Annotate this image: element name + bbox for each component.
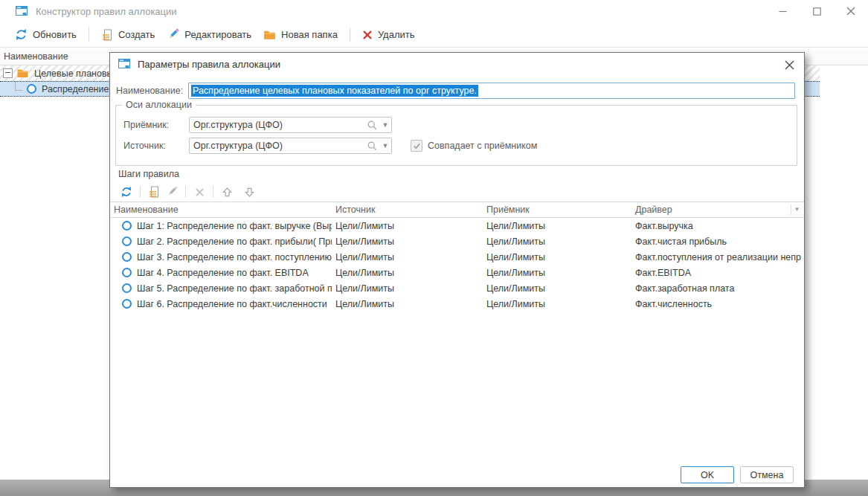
toolbar-separator: [185, 186, 186, 198]
step-name: Шаг 4. Распределение по факт. EBITDA: [137, 268, 309, 278]
steps-move-down-button[interactable]: [240, 184, 258, 200]
steps-delete-button-disabled[interactable]: [190, 184, 208, 200]
name-field-row: Наименование: Распределение целевых план…: [116, 83, 795, 99]
column-header-driver[interactable]: Драйвер: [631, 204, 804, 215]
step-circle-icon: [122, 299, 132, 309]
folder-icon: [263, 29, 276, 41]
step-circle-icon: [122, 252, 132, 262]
main-window: Конструктор правил аллокации Обновить: [0, 0, 868, 496]
step-row-5[interactable]: Шаг 5. Распределение по факт. заработной…: [110, 280, 804, 296]
dialog-window-icon: [118, 59, 131, 70]
tree-branch-connector: [15, 81, 22, 91]
step-circle-icon: [122, 268, 132, 277]
step-circle-icon: [122, 236, 132, 246]
axes-group-title: Оси аллокации: [122, 100, 196, 110]
source-value: Орг.структура (ЦФО): [190, 141, 367, 151]
step-name: Шаг 1: Распределение по факт. выручке (В…: [137, 221, 332, 231]
step-row-2[interactable]: Шаг 2. Распределение по факт. прибыли( П…: [110, 233, 804, 249]
step-row-6[interactable]: Шаг 6. Распределение по факт.численности…: [110, 296, 804, 312]
toolbar-separator: [350, 28, 350, 42]
step-source: Цели/Лимиты: [332, 236, 483, 247]
match-receiver-checkbox-label: Совпадает с приёмником: [428, 141, 537, 151]
refresh-icon: [15, 28, 28, 41]
window-title: Конструктор правил аллокации: [36, 6, 177, 17]
steps-add-button[interactable]: [145, 184, 163, 200]
window-titlebar: Конструктор правил аллокации: [0, 0, 868, 22]
dialog-title: Параметры правила аллокации: [138, 59, 280, 70]
step-source: Цели/Лимиты: [332, 268, 483, 278]
match-receiver-checkbox-wrap[interactable]: Совпадает с приёмником: [411, 140, 537, 152]
column-header-source[interactable]: Источник: [332, 204, 483, 215]
minimize-button[interactable]: [765, 0, 800, 22]
chevron-down-icon[interactable]: ▼: [379, 121, 391, 129]
step-driver: Факт.численность: [631, 299, 804, 309]
step-driver: Факт.заработная плата: [631, 283, 804, 294]
new-document-icon: [148, 186, 160, 198]
dialog-close-button[interactable]: [781, 58, 797, 71]
step-row-1[interactable]: Шаг 1: Распределение по факт. выручке (В…: [110, 218, 804, 233]
pencil-icon: [167, 28, 179, 41]
close-icon: [785, 60, 794, 70]
step-source: Цели/Лимиты: [332, 252, 483, 263]
step-receiver: Цели/Лимиты: [483, 236, 631, 247]
new-folder-button[interactable]: Новая папка: [257, 26, 344, 44]
pencil-icon: [166, 186, 178, 198]
checkbox-checked-icon[interactable]: [411, 140, 422, 152]
toolbar-separator: [140, 186, 141, 198]
collapse-expander-icon[interactable]: [3, 68, 13, 78]
search-icon: [367, 120, 378, 131]
toolbar-item-label: Создать: [118, 29, 155, 40]
steps-table: Наименование Источник Приёмник Драйвер ▼…: [110, 202, 804, 312]
name-input[interactable]: Распределение целевых плановых показател…: [188, 83, 795, 99]
receiver-lookup-field[interactable]: Орг.структура (ЦФО) ▼: [189, 117, 392, 133]
step-name: Шаг 6. Распределение по факт.численности: [137, 299, 327, 309]
step-receiver: Цели/Лимиты: [483, 221, 631, 231]
dialog-buttons: OK Отмена: [681, 466, 794, 483]
toolbar-item-label: Обновить: [33, 29, 77, 40]
minimize-icon: [779, 7, 787, 16]
toolbar-item-label: Удалить: [378, 29, 415, 40]
chevron-down-icon[interactable]: ▼: [379, 142, 391, 149]
source-lookup-field[interactable]: Орг.структура (ЦФО) ▼: [189, 138, 392, 154]
steps-toolbar: [110, 182, 804, 202]
column-header-receiver[interactable]: Приёмник: [483, 204, 631, 215]
step-driver: Факт.чистая прибыль: [631, 236, 804, 247]
allocation-rule-parameters-dialog: Параметры правила аллокации Наименование…: [109, 52, 805, 488]
step-row-4[interactable]: Шаг 4. Распределение по факт. EBITDA Цел…: [110, 265, 804, 280]
step-circle-icon: [122, 221, 132, 231]
close-icon: [846, 7, 855, 16]
create-button[interactable]: Создать: [95, 26, 161, 44]
step-source: Цели/Лимиты: [332, 299, 483, 309]
main-toolbar: Обновить Создать Редакти: [0, 22, 868, 48]
close-button[interactable]: [834, 0, 868, 22]
maximize-button[interactable]: [800, 0, 834, 22]
receiver-value: Орг.структура (ЦФО): [190, 120, 367, 130]
refresh-button[interactable]: Обновить: [9, 25, 83, 44]
name-field-label: Наименование:: [116, 86, 183, 96]
steps-refresh-button[interactable]: [118, 184, 135, 200]
step-row-3[interactable]: Шаг 3. Распределение по факт. поступлени…: [110, 249, 804, 265]
column-filter-button[interactable]: ▼: [791, 204, 803, 215]
ok-button[interactable]: OK: [681, 466, 734, 483]
edit-button[interactable]: Редактировать: [161, 25, 257, 44]
step-circle-icon: [122, 283, 132, 293]
steps-edit-button-disabled[interactable]: [163, 184, 181, 200]
step-driver: Факт.поступления от реализации непр: [631, 252, 804, 263]
column-header-name[interactable]: Наименование: [110, 204, 332, 215]
receiver-row: Приёмник: Орг.структура (ЦФО) ▼: [123, 116, 789, 134]
delete-button[interactable]: Удалить: [356, 26, 421, 43]
steps-move-up-button[interactable]: [218, 184, 236, 200]
toolbar-separator: [213, 186, 213, 198]
toolbar-item-label: Редактировать: [184, 29, 251, 40]
window-controls: [765, 0, 868, 22]
step-driver: Факт.EBITDA: [631, 268, 804, 278]
steps-section-title: Шаги правила: [118, 169, 179, 179]
cancel-button[interactable]: Отмена: [740, 466, 794, 483]
rule-circle-icon: [27, 84, 36, 94]
step-source: Цели/Лимиты: [332, 283, 483, 294]
arrow-down-icon: [244, 187, 255, 198]
allocation-axes-group: Оси аллокации Приёмник: Орг.структура (Ц…: [115, 105, 797, 166]
step-receiver: Цели/Лимиты: [483, 268, 631, 278]
folder-icon: [16, 68, 29, 79]
name-input-selected-text: Распределение целевых плановых показател…: [191, 85, 478, 97]
